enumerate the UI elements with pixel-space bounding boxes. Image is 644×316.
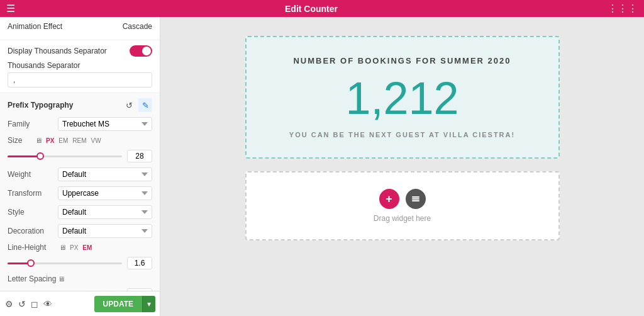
family-select[interactable]: Trebuchet MS Arial Georgia Verdana [58,117,152,131]
weight-select[interactable]: Default Normal Bold Light [58,167,152,181]
transform-row: Transform Uppercase Default Lowercase Ca… [8,186,152,200]
size-slider-track [8,155,40,157]
size-slider-row [8,150,152,162]
counter-number: 1,212 [259,76,546,121]
size-units: PX EM REM VW [45,137,103,145]
decoration-label: Decoration [8,227,58,235]
weight-row: Weight Default Normal Bold Light [8,167,152,181]
update-arrow-button[interactable]: ▾ [142,296,155,312]
left-panel: Animation Effect Cascade Display Thousan… [0,17,160,316]
counter-widget: NUMBER OF BOOKINGS FOR SUMMER 2020 1,212… [245,36,560,159]
animation-effect-value: Cascade [123,22,152,31]
collapse-handle[interactable]: › [160,157,160,176]
size-value-input[interactable] [127,150,152,162]
reset-typography-button[interactable]: ↺ [122,98,136,112]
topbar: ☰ Edit Counter ⋮⋮⋮ [0,0,644,17]
counter-heading: NUMBER OF BOOKINGS FOR SUMMER 2020 [259,56,546,65]
line-height-unit-px[interactable]: PX [69,244,79,252]
typography-actions: ↺ ✎ [122,98,152,112]
edit-typography-button[interactable]: ✎ [138,98,152,112]
drag-label: Drag widget here [374,214,431,223]
unit-em[interactable]: EM [57,137,69,145]
animation-effect-label: Animation Effect [8,22,62,31]
line-height-units: PX EM [69,244,93,252]
svg-rect-2 [412,200,419,201]
unit-vw[interactable]: VW [90,137,103,145]
thousands-separator-label: Thousands Separator [8,61,80,70]
line-height-slider[interactable] [8,262,122,264]
svg-rect-1 [412,198,419,200]
family-row: Family Trebuchet MS Arial Georgia Verdan… [8,117,152,131]
line-height-monitor-icon[interactable]: 🖥 [59,244,66,251]
size-label: Size [8,136,33,145]
display-icon[interactable]: ◻ [31,299,38,309]
letter-spacing-label: Letter Spacing [8,274,58,283]
prefix-typography-section: Prefix Typography ↺ ✎ Family Trebuchet M… [0,93,160,311]
line-height-label: Line-Height [8,243,58,252]
weight-label: Weight [8,170,58,179]
line-height-value-input[interactable] [127,257,152,269]
line-height-slider-thumb[interactable] [27,259,35,267]
empty-widget-area: + Drag widget here [245,171,560,240]
transform-select[interactable]: Uppercase Default Lowercase Capitalize [58,186,152,200]
counter-subtext: YOU CAN BE THE NEXT GUEST AT VILLA CIEST… [259,131,546,138]
main-layout: Animation Effect Cascade Display Thousan… [0,17,644,316]
size-row: Size 🖥 PX EM REM VW [8,136,152,145]
typography-header: Prefix Typography ↺ ✎ [8,98,152,112]
unit-rem[interactable]: REM [71,137,87,145]
line-height-unit-em[interactable]: EM [81,244,93,252]
add-widget-button[interactable]: + [379,189,399,209]
decoration-row: Decoration Default Underline Overline Li… [8,224,152,238]
svg-rect-0 [412,196,419,198]
menu-icon[interactable]: ☰ [6,3,15,14]
right-content: NUMBER OF BOOKINGS FOR SUMMER 2020 1,212… [160,17,644,316]
family-label: Family [8,120,58,128]
move-icon [411,194,421,204]
transform-label: Transform [8,189,58,198]
prefix-typography-label: Prefix Typography [8,101,73,110]
size-slider[interactable] [8,155,122,157]
empty-widget-icons: + [379,189,426,209]
animation-effect-row: Animation Effect Cascade [8,22,152,31]
letter-spacing-monitor-icon[interactable]: 🖥 [58,275,65,283]
update-button[interactable]: UPDATE [94,296,142,312]
style-row: Style Default Normal Italic [8,205,152,219]
grid-icon[interactable]: ⋮⋮⋮ [608,3,638,14]
bottom-toolbar: ⚙ ↺ ◻ 👁 UPDATE ▾ [0,291,160,316]
size-slider-thumb[interactable] [36,152,44,160]
line-height-section: Line-Height 🖥 PX EM [8,243,152,269]
display-thousands-label: Display Thousands Separator [8,47,107,55]
toolbar-icons: ⚙ ↺ ◻ 👁 [5,299,52,309]
settings-icon[interactable]: ⚙ [5,299,13,309]
size-section: Size 🖥 PX EM REM VW [8,136,152,162]
thousands-row: Display Thousands Separator [8,45,152,57]
eye-icon[interactable]: 👁 [43,299,52,309]
decoration-select[interactable]: Default Underline Overline Line-through [58,224,152,238]
thousands-section: Display Thousands Separator Thousands Se… [0,40,160,93]
line-height-label-row: Line-Height 🖥 PX EM [8,243,152,252]
update-btn-group: UPDATE ▾ [94,296,155,312]
monitor-icon[interactable]: 🖥 [35,137,42,144]
animation-effect-section: Animation Effect Cascade [0,17,160,40]
unit-px[interactable]: PX [45,137,55,145]
thousands-separator-input[interactable] [8,72,152,87]
style-label: Style [8,208,58,217]
line-height-slider-row [8,257,152,269]
history-icon[interactable]: ↺ [18,299,26,309]
display-thousands-toggle[interactable] [130,45,152,57]
style-select[interactable]: Default Normal Italic [58,205,152,219]
topbar-title: Edit Counter [285,4,338,14]
letter-spacing-label-row: Letter Spacing 🖥 [8,274,152,283]
move-widget-button[interactable] [406,189,426,209]
